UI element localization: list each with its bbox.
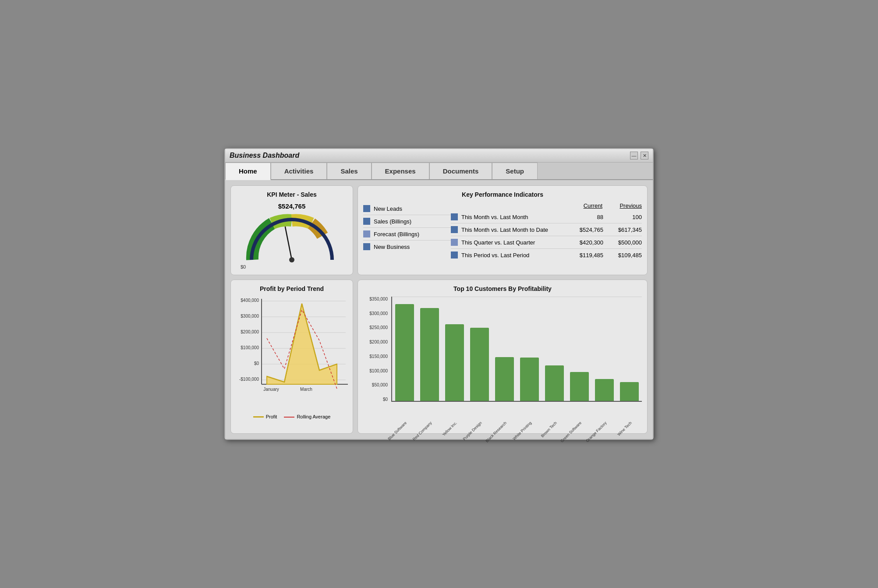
svg-marker-16 [267,304,337,384]
kpi-data-box-1 [451,213,458,220]
y-label-2: $100,000 [369,368,388,373]
legend-avg-label: Rolling Average [297,414,330,419]
close-button[interactable]: ✕ [641,152,648,159]
kpi-previous-3: $500,000 [607,239,642,246]
svg-text:-$100,000: -$100,000 [239,377,259,382]
svg-text:$100,000: $100,000 [241,345,259,350]
top-row: KPI Meter - Sales $524,765 [230,185,648,275]
bars-container: Blue SoftwareRed CompanyYellow Inc.Purpl… [392,297,642,401]
bar-2 [445,324,464,401]
rolling-avg-line-icon [284,417,294,418]
bar-chart-panel: Top 10 Customers By Profitability $350,0… [358,280,648,434]
kpi-data-box-3 [451,239,458,246]
kpi-previous-1: 100 [607,214,642,220]
legend-profit-label: Profit [266,414,277,419]
legend-label-1: New Leads [374,205,402,212]
bar-3 [470,328,489,401]
bar-label-1: Red Company [412,421,433,442]
legend-profit: Profit [253,414,277,419]
gauge-value: $524,765 [236,202,347,210]
kpi-data: Current Previous This Month vs. Last Mon… [451,202,642,261]
y-label-6: $300,000 [369,311,388,316]
y-label-7: $350,000 [369,297,388,301]
kpi-table-title: Key Performance Indicators [363,191,642,198]
tab-documents[interactable]: Documents [429,163,492,179]
tab-activities[interactable]: Activities [271,163,327,179]
bar-label-7: Green Software [560,421,583,443]
kpi-data-label-4: This Period vs. Last Period [461,252,565,259]
bar-label-2: Yellow Inc. [441,421,457,437]
bar-wrapper-0: Blue Software [392,297,417,401]
minimize-button[interactable]: — [630,152,638,159]
bar-wrapper-9: Wine Tech [617,297,642,401]
col-previous: Previous [602,202,642,209]
kpi-meter-panel: KPI Meter - Sales $524,765 [230,185,353,275]
trend-title: Profit by Period Trend [236,285,347,292]
legend-box-2 [363,218,370,225]
kpi-table-panel: Key Performance Indicators New Leads Sal… [358,185,648,275]
svg-line-0 [285,227,292,260]
svg-text:$300,000: $300,000 [241,314,259,319]
bar-4 [495,357,514,401]
kpi-legend-item-2: Sales (Billings) [363,215,451,228]
bar-chart-area: Blue SoftwareRed CompanyYellow Inc.Purpl… [391,297,642,402]
legend-rolling-avg: Rolling Average [284,414,330,419]
kpi-data-label-2: This Month vs. Last Month to Date [461,227,565,233]
bar-label-3: Purple Design [462,421,483,441]
tab-expenses[interactable]: Expenses [372,163,429,179]
bar-9 [620,382,639,401]
kpi-col-headers: Current Previous [451,202,642,209]
svg-point-1 [289,257,294,262]
bar-label-8: Orange Factory [585,421,607,443]
bar-chart-title: Top 10 Customers By Profitability [363,285,642,292]
kpi-data-label-1: This Month vs. Last Month [461,214,565,220]
kpi-current-4: $119,485 [568,252,603,259]
kpi-current-3: $420,300 [568,239,603,246]
y-axis: $350,000 $300,000 $250,000 $200,000 $150… [363,297,389,402]
kpi-data-row-1: This Month vs. Last Month 88 100 [451,211,642,223]
bottom-row: Profit by Period Trend $400,000 $300,000… [230,280,648,434]
kpi-previous-2: $617,345 [607,227,642,233]
tab-sales[interactable]: Sales [327,163,371,179]
window-controls: — ✕ [630,152,648,159]
kpi-data-row-2: This Month vs. Last Month to Date $524,7… [451,223,642,236]
bar-wrapper-4: Black Research [492,297,517,401]
kpi-meter-title: KPI Meter - Sales [236,191,347,198]
bar-5 [520,358,539,401]
bar-0 [395,304,414,401]
trend-chart: $400,000 $300,000 $200,000 $100,000 $0 -… [236,297,347,411]
legend-label-4: New Business [374,244,410,250]
col-current: Current [563,202,602,209]
svg-text:January: January [263,387,279,392]
window-title: Business Dashboard [230,152,299,159]
kpi-data-row-4: This Period vs. Last Period $119,485 $10… [451,249,642,261]
tab-setup[interactable]: Setup [492,163,538,179]
bar-wrapper-3: Purple Design [467,297,492,401]
bar-wrapper-6: Brown Tech [542,297,567,401]
legend-box-1 [363,205,370,212]
legend-label-3: Forecast (Billings) [374,231,419,237]
legend-box-4 [363,243,370,250]
kpi-legend-item-3: Forecast (Billings) [363,228,451,241]
kpi-data-box-4 [451,251,458,259]
svg-text:$0: $0 [254,361,259,366]
bar-wrapper-1: Red Company [417,297,442,401]
gauge-min: $0 [241,264,246,269]
legend-box-3 [363,230,370,237]
kpi-legend-item-4: New Business [363,241,451,253]
bar-wrapper-8: Orange Factory [592,297,617,401]
bar-label-9: Wine Tech [616,421,633,437]
bar-8 [595,379,614,401]
kpi-data-row-3: This Quarter vs. Last Quarter $420,300 $… [451,236,642,249]
svg-text:$200,000: $200,000 [241,329,259,334]
kpi-data-label-3: This Quarter vs. Last Quarter [461,239,565,246]
bar-6 [545,365,564,401]
y-label-4: $200,000 [369,340,388,344]
tab-home[interactable]: Home [225,163,271,180]
kpi-current-2: $524,765 [568,227,603,233]
gauge-container [244,212,340,264]
legend-label-2: Sales (Billings) [374,218,411,225]
y-label-5: $250,000 [369,325,388,330]
main-window: Business Dashboard — ✕ Home Activities S… [224,148,654,440]
title-bar: Business Dashboard — ✕ [225,149,653,163]
